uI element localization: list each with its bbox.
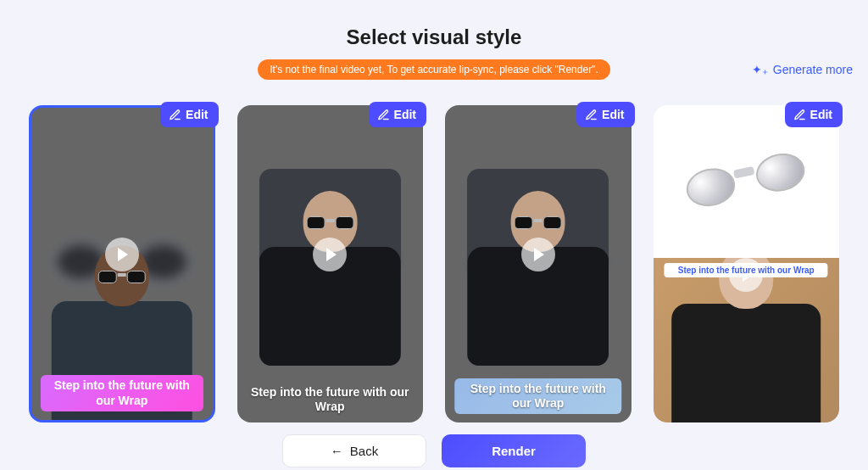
edit-icon [585, 109, 598, 121]
style-card[interactable]: Step into the future with our Wrap Edit [29, 105, 215, 422]
info-badge: It's not the final video yet, To get acc… [258, 59, 609, 80]
style-card-person: Step into the future with our Wrap [654, 258, 840, 422]
arrow-left-icon: ← [331, 444, 343, 458]
page-title: Select visual style [0, 25, 868, 49]
style-card-caption: Step into the future with our Wrap [454, 378, 622, 414]
product-image-area [654, 105, 840, 258]
generate-more-button[interactable]: ✦₊ Generate more [752, 63, 853, 76]
style-card[interactable]: Step into the future with our Wrap Edit [445, 105, 632, 422]
edit-label: Edit [602, 108, 624, 121]
edit-label: Edit [186, 108, 208, 121]
style-card-inner: Step into the future with our Wrap [237, 105, 424, 422]
edit-icon [793, 109, 806, 121]
edit-button[interactable]: Edit [576, 102, 634, 127]
edit-button[interactable]: Edit [369, 102, 426, 127]
edit-button[interactable]: Edit [160, 102, 218, 127]
edit-label: Edit [394, 108, 416, 121]
play-button[interactable] [105, 238, 139, 271]
sparkle-icon: ✦₊ [752, 64, 768, 76]
back-button[interactable]: ← Back [282, 434, 426, 467]
play-button[interactable] [313, 238, 347, 271]
style-card[interactable]: Step into the future with our Wrap Edit [237, 105, 424, 422]
edit-button[interactable]: Edit [785, 102, 843, 127]
style-card-caption: Step into the future with our Wrap [665, 263, 828, 277]
play-button[interactable] [521, 238, 555, 271]
generate-more-label: Generate more [773, 63, 853, 76]
sunglasses-icon [679, 143, 814, 220]
render-button[interactable]: Render [442, 434, 586, 467]
edit-label: Edit [810, 108, 832, 121]
back-label: Back [350, 444, 378, 458]
edit-icon [377, 109, 390, 121]
style-card-inner: Step into the future with our Wrap [29, 105, 215, 422]
style-card-inner: Step into the future with our Wrap [654, 105, 840, 422]
render-label: Render [492, 444, 536, 458]
style-card-caption: Step into the future with our Wrap [246, 385, 414, 414]
style-card-inner: Step into the future with our Wrap [445, 105, 632, 422]
style-card-caption: Step into the future with our Wrap [41, 375, 203, 411]
edit-icon [169, 109, 181, 121]
style-card[interactable]: Step into the future with our Wrap Edit [654, 105, 840, 422]
